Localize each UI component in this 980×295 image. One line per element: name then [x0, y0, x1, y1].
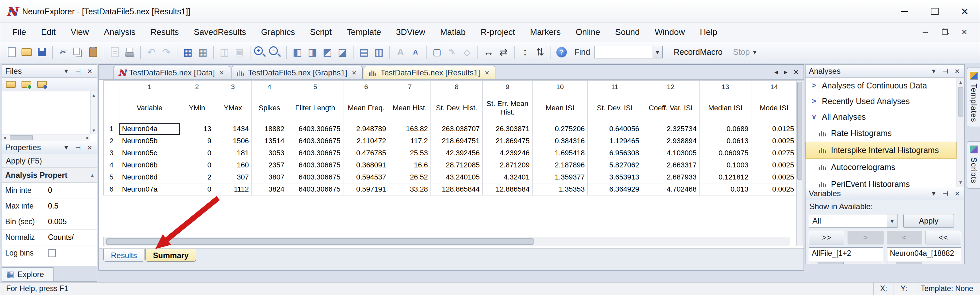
column-header-cell[interactable]: St. Dev. Hist. — [431, 93, 483, 123]
close-panel-icon[interactable] — [86, 144, 94, 151]
menu-item[interactable]: View — [63, 27, 97, 37]
data-cell[interactable]: 4.239246 — [483, 147, 533, 159]
row-number-cell[interactable]: 3 — [104, 147, 119, 159]
analysis-item[interactable]: PeriEvent Histograms — [805, 175, 956, 187]
toolbar-button[interactable] — [305, 45, 320, 60]
analysis-item[interactable]: Rate Histograms — [805, 124, 956, 142]
menu-item[interactable]: Matlab — [433, 27, 473, 37]
data-cell[interactable]: 3807 — [252, 171, 287, 183]
column-number-cell[interactable]: 2 — [180, 81, 214, 93]
data-cell[interactable]: 0.0025 — [751, 183, 797, 196]
menu-item[interactable]: Results — [143, 27, 186, 37]
side-tab[interactable]: Templates — [967, 67, 980, 127]
data-cell[interactable]: 0.0275 — [751, 147, 797, 159]
toolbar-button[interactable] — [335, 45, 350, 60]
data-cell[interactable]: 0.0025 — [751, 171, 797, 183]
toolbar-button[interactable] — [159, 45, 174, 60]
column-header-cell[interactable]: St. Err. Mean Hist. — [483, 93, 533, 123]
data-cell[interactable]: 4.32401 — [483, 171, 533, 183]
pin-icon[interactable] — [74, 67, 82, 75]
data-cell[interactable]: 2.663317 — [642, 159, 700, 171]
data-cell[interactable]: 0.0125 — [751, 123, 797, 135]
files-list[interactable] — [2, 91, 97, 141]
transfer-button[interactable]: >> — [809, 231, 844, 244]
list-horizontal-scrollbar[interactable] — [888, 261, 961, 264]
column-header-cell[interactable]: Mode ISI — [751, 93, 797, 123]
scroll-up-icon[interactable] — [959, 79, 962, 85]
document-tab-graphs[interactable]: TestDataFile5.nex [Graphs1] — [232, 66, 363, 79]
data-cell[interactable]: 0.597191 — [344, 183, 389, 196]
menu-item[interactable]: Help — [692, 27, 725, 37]
data-cell[interactable]: 0 — [180, 159, 214, 171]
toolbar-button[interactable] — [496, 45, 511, 60]
data-cell[interactable]: 6403.306675 — [287, 147, 344, 159]
column-number-cell[interactable]: 12 — [642, 81, 700, 93]
toolbar-button[interactable] — [71, 45, 86, 60]
menu-item[interactable]: Window — [647, 27, 692, 37]
mdi-minimize-button[interactable] — [920, 26, 931, 38]
menu-item[interactable]: Template — [339, 27, 389, 37]
files-toolbar-icon[interactable] — [5, 80, 16, 89]
toolbar-button[interactable] — [408, 45, 423, 60]
data-cell[interactable]: 3053 — [252, 147, 287, 159]
data-cell[interactable]: 1.129465 — [588, 135, 642, 147]
data-cell[interactable]: 0.060975 — [700, 147, 751, 159]
transfer-button[interactable]: < — [887, 231, 922, 244]
menu-item[interactable]: Analysis — [97, 27, 143, 37]
files-horizontal-scrollbar[interactable] — [2, 134, 90, 140]
menu-item[interactable]: R-project — [473, 27, 522, 37]
data-cell[interactable]: 6.364929 — [588, 183, 642, 196]
data-cell[interactable]: Neuron04a — [119, 123, 180, 135]
data-cell[interactable]: 307 — [214, 171, 252, 183]
data-cell[interactable]: 28.712085 — [431, 159, 483, 171]
column-number-cell[interactable]: 3 — [214, 81, 252, 93]
column-header-cell[interactable]: Coeff. Var. ISI — [642, 93, 700, 123]
data-cell[interactable]: 0.013 — [700, 183, 751, 196]
scroll-left-icon[interactable] — [889, 262, 891, 264]
pin-icon[interactable] — [942, 67, 949, 75]
data-cell[interactable]: 12.886584 — [483, 183, 533, 196]
column-number-cell[interactable]: 8 — [431, 81, 483, 93]
row-number-cell[interactable]: 4 — [104, 159, 119, 171]
scroll-tabs-right-icon[interactable] — [784, 68, 787, 77]
data-cell[interactable]: 3824 — [252, 183, 287, 196]
toolbar-button[interactable] — [217, 45, 232, 60]
toolbar-button[interactable] — [356, 45, 371, 60]
stop-dropdown-icon[interactable] — [753, 48, 756, 56]
data-cell[interactable]: Neuron05c — [119, 147, 180, 159]
toolbar-button[interactable] — [19, 45, 34, 60]
list-horizontal-scrollbar[interactable] — [809, 261, 883, 264]
data-cell[interactable]: 2357 — [252, 159, 287, 171]
column-header-cell[interactable]: Median ISI — [700, 93, 751, 123]
checkbox[interactable] — [48, 249, 56, 257]
data-cell[interactable]: 0.476785 — [344, 147, 389, 159]
data-cell[interactable]: 0.0613 — [700, 135, 751, 147]
data-cell[interactable]: 263.038707 — [431, 123, 483, 135]
data-cell[interactable]: 0.1003 — [700, 159, 751, 171]
toolbar-button[interactable] — [320, 45, 335, 60]
mdi-close-button[interactable] — [959, 26, 970, 38]
column-number-cell[interactable]: 6 — [344, 81, 389, 93]
data-cell[interactable]: 4.702468 — [642, 183, 700, 196]
toolbar-button[interactable] — [86, 45, 101, 60]
data-cell[interactable]: 218.694751 — [431, 135, 483, 147]
close-panel-icon[interactable] — [953, 190, 961, 198]
column-header-cell[interactable]: Variable — [119, 93, 180, 123]
scrollbar-thumb[interactable] — [818, 262, 844, 264]
data-cell[interactable]: 2.110472 — [344, 135, 389, 147]
column-header-cell[interactable]: Mean Freq. — [344, 93, 389, 123]
data-cell[interactable]: Neuron05b — [119, 135, 180, 147]
data-cell[interactable]: 2.687933 — [642, 171, 700, 183]
column-number-cell[interactable]: 4 — [252, 81, 287, 93]
column-header-cell[interactable]: St. Dev. ISI — [588, 93, 642, 123]
data-cell[interactable]: Neuron06b — [119, 159, 180, 171]
menu-item[interactable]: Markers — [522, 27, 568, 37]
find-combobox[interactable] — [594, 46, 663, 58]
scroll-right-icon[interactable] — [957, 262, 959, 264]
column-header-cell[interactable]: Mean ISI — [533, 93, 588, 123]
column-header-cell[interactable]: YMin — [180, 93, 214, 123]
find-input[interactable] — [595, 46, 652, 58]
analyses-group[interactable]: > Analyses of Continuous Data — [805, 78, 956, 93]
toolbar-button[interactable] — [144, 45, 159, 60]
row-number-cell[interactable]: 5 — [104, 171, 119, 183]
